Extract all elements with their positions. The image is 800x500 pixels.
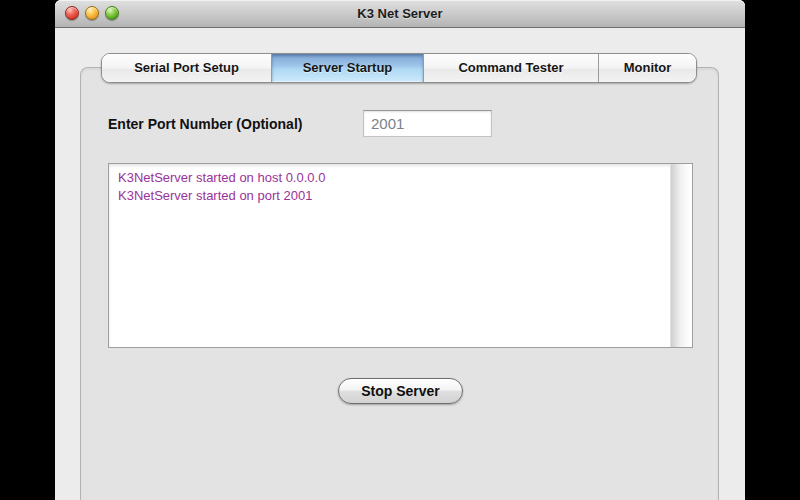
server-log[interactable]: K3NetServer started on host 0.0.0.0 K3Ne…	[108, 163, 693, 348]
scrollbar-track[interactable]	[670, 164, 692, 347]
tab-serial-port-setup[interactable]: Serial Port Setup	[102, 54, 271, 82]
port-number-label: Enter Port Number (Optional)	[108, 112, 302, 136]
app-window: K3 Net Server Serial Port Setup Server S…	[55, 0, 745, 500]
title-bar[interactable]: K3 Net Server	[55, 0, 745, 28]
log-line: K3NetServer started on host 0.0.0.0	[118, 169, 692, 187]
log-line: K3NetServer started on port 2001	[118, 187, 692, 205]
stop-server-button[interactable]: Stop Server	[338, 378, 463, 404]
window-title: K3 Net Server	[55, 0, 745, 27]
tab-command-tester[interactable]: Command Tester	[423, 54, 598, 82]
tab-server-startup[interactable]: Server Startup	[271, 54, 423, 82]
port-number-input[interactable]	[363, 110, 492, 137]
tab-bar: Serial Port Setup Server Startup Command…	[101, 53, 697, 83]
tab-monitor[interactable]: Monitor	[598, 54, 696, 82]
desktop-background: K3 Net Server Serial Port Setup Server S…	[0, 0, 800, 500]
